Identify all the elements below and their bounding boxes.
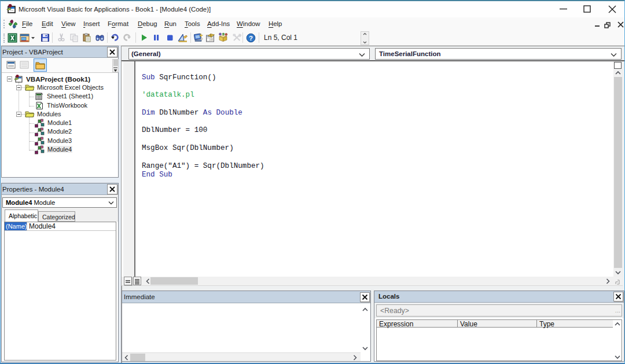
- svg-text:?: ?: [249, 35, 253, 42]
